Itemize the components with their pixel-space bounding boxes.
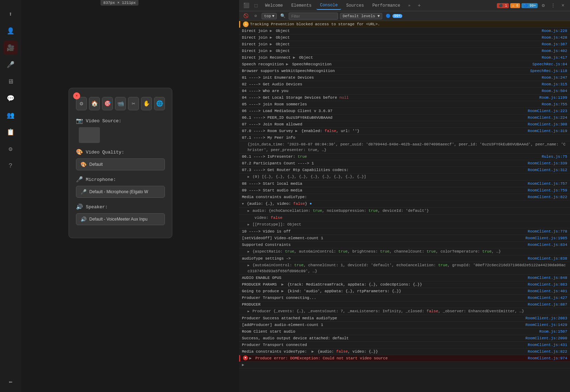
context-selector[interactable]: top ▼ [262, 13, 277, 19]
line-loc[interactable]: RoomClient.js:223 [528, 108, 567, 114]
line-loc[interactable]: RoomClient.js:319 [528, 128, 567, 134]
tab-elements[interactable]: Elements [288, 2, 315, 9]
console-line: Direct join ▶ Object Room.js:387 [239, 41, 570, 48]
console-line: Room Client start audio Room.js:1507 [239, 328, 570, 335]
toolbar-camera-button[interactable]: 🎯 [102, 97, 113, 110]
devtools-dock-icon[interactable]: ⬛ [242, 1, 250, 10]
line-loc[interactable]: RoomClient.js:887 [528, 302, 567, 307]
line-loc[interactable]: RoomClient.js:2083 [525, 315, 567, 321]
console-filter-input[interactable] [289, 13, 338, 20]
console-line: Producer Transport connecting... RoomCli… [239, 295, 570, 301]
mic-select-icon: 🎤 [81, 189, 87, 195]
line-loc[interactable]: Room.js:417 [542, 55, 567, 60]
search-console-button[interactable]: 🔍 [279, 12, 287, 20]
line-loc[interactable]: RoomClient.js:974 [528, 355, 567, 361]
sidebar-user-icon[interactable]: 👤 [4, 24, 18, 38]
settings-cog-icon[interactable]: ⚙ [539, 1, 547, 10]
line-loc[interactable]: RoomClient.js:401 [528, 288, 567, 294]
line-loc[interactable]: RoomClient.js:757 [528, 181, 567, 187]
line-loc[interactable]: Room.js:504 [542, 88, 567, 94]
tab-performance[interactable]: Performance [369, 2, 404, 9]
line-loc[interactable]: SpeechRec.js:84 [532, 61, 567, 67]
console-line: Supported Constraints RoomClient.js:834 [239, 242, 570, 248]
sidebar-mic-icon[interactable]: 🎤 [4, 58, 18, 72]
sidebar-leave-icon[interactable]: ⬅ [4, 375, 18, 389]
line-loc[interactable]: RoomClient.js:431 [528, 342, 567, 348]
line-loc[interactable]: Room.js:247 [542, 75, 567, 80]
console-line: 04 ----> Get Local Storage Devices befor… [239, 94, 570, 101]
line-loc[interactable]: Room.js:315 [542, 81, 567, 87]
line-loc[interactable]: Room.js:1507 [539, 329, 567, 334]
settings-dialog: × ⚙ 🏠 🎯 📹 ✂ ✋ 🌐 📷 Video Source: 🎨 Video … [69, 88, 172, 238]
toolbar-globe-button[interactable]: 🌐 [154, 97, 165, 110]
more-tabs-button[interactable]: » [405, 1, 414, 10]
count-area: 🔵 99+ [386, 14, 402, 18]
line-loc[interactable]: Room.js:228 [542, 28, 567, 34]
line-loc[interactable]: Room.js:387 [542, 41, 567, 47]
console-line: Producer Success attached media audioTyp… [239, 315, 570, 322]
line-loc[interactable]: RoomClient.js:848 [528, 275, 567, 281]
log-levels-dropdown[interactable]: Default levels ▼ [340, 13, 382, 19]
speaker-section: 🔊 Speaker: 🔊 Default - VoiceMeeter Aux I… [76, 203, 165, 225]
sidebar-screen-icon[interactable]: 🖥 [4, 74, 18, 89]
sidebar-share-icon[interactable]: ⬆ [4, 7, 18, 21]
speaker-select[interactable]: 🔊 Default - VoiceMeeter Aux Inpu [76, 213, 165, 225]
line-loc[interactable]: RoomClient.js:2090 [525, 335, 567, 341]
tab-welcome[interactable]: Welcome [262, 2, 286, 9]
console-line: 07.0 ----> Room Survey ▶ {enabled: false… [239, 128, 570, 135]
add-tab-button[interactable]: + [415, 1, 423, 10]
line-loc[interactable]: RoomClient.js:822 [528, 349, 567, 354]
toolbar-scissors-button[interactable]: ✂ [128, 97, 139, 110]
console-line: 06.1 ----> PEER_ID 6uzU3FY6kEuB6VUBAAAd … [239, 115, 570, 121]
line-loc[interactable]: RoomClient.js:224 [528, 115, 567, 120]
sidebar-help-icon[interactable]: ? [4, 159, 18, 173]
line-loc[interactable]: RoomClient.js:427 [528, 295, 567, 301]
console-line-last: ▶ [239, 362, 570, 368]
sidebar-whiteboard-icon[interactable]: 📋 [4, 125, 18, 139]
ellipsis-icon[interactable]: ⋮ [549, 1, 557, 10]
sidebar-chat-icon[interactable]: 💬 [4, 91, 18, 105]
line-loc[interactable]: RoomClient.js:339 [528, 161, 567, 166]
console-output[interactable]: i Tracking Prevention blocked access to … [239, 21, 570, 392]
console-line: Direct join ▶ Object Room.js:402 [239, 48, 570, 54]
line-loc[interactable]: RoomClient.js:308 [528, 122, 567, 127]
line-loc[interactable]: RoomClient.js:883 [528, 282, 567, 287]
microphone-select[interactable]: 🎤 Default - Microphone (Elgato W [76, 186, 165, 198]
line-loc[interactable]: RoomClient.js:838 [528, 256, 567, 261]
console-line: ▶ {aspectRatio: true, autoGainControl: t… [239, 248, 570, 255]
console-line: 06.1 ----> IsPresenter: true Rules.js:75 [239, 153, 570, 160]
line-loc[interactable]: Room.js:402 [542, 48, 567, 54]
line-loc[interactable]: Room.js:755 [542, 102, 567, 107]
clear-console-button[interactable]: 🚫 [242, 12, 250, 20]
toolbar-video-button[interactable]: 📹 [115, 97, 126, 110]
line-loc[interactable]: Room.js:1199 [539, 95, 567, 100]
console-line: {join_data_time: '2023-08-07 08:04:30', … [239, 141, 570, 153]
line-loc[interactable]: RoomClient.js:822 [528, 194, 567, 200]
toolbar-home-button[interactable]: 🏠 [89, 97, 100, 110]
sidebar-settings-icon[interactable]: ⚙ [4, 142, 18, 156]
tab-sources[interactable]: Sources [342, 2, 367, 9]
sidebar-participants-icon[interactable]: 👥 [4, 108, 18, 122]
console-line: [setVideoOff] Video-element-count 1 Room… [239, 235, 570, 242]
console-line: 07.3 ----> Get Router Rtp Capabilities c… [239, 167, 570, 174]
line-loc[interactable]: Rules.js:75 [542, 154, 567, 159]
line-loc[interactable]: RoomClient.js:1985 [525, 235, 567, 241]
line-loc[interactable]: RoomClient.js:778 [528, 229, 567, 234]
console-line: PRODUCER RoomClient.js:887 [239, 301, 570, 308]
close-devtools-icon[interactable]: × [559, 1, 567, 10]
tab-console[interactable]: Console [316, 1, 341, 10]
line-loc[interactable]: RoomClient.js:312 [528, 167, 567, 173]
toggle-filter-button[interactable]: ⊘ [252, 12, 260, 20]
line-loc[interactable]: RoomClient.js:834 [528, 242, 567, 248]
line-loc[interactable]: RoomClient.js:1429 [525, 322, 567, 328]
dialog-close-button[interactable]: × [73, 92, 80, 99]
left-sidebar: ⬆ 👤 🎥 🎤 🖥 💬 👥 📋 ⚙ ? ⬅ [0, 0, 21, 392]
line-loc[interactable]: RoomClient.js:759 [528, 188, 567, 193]
line-loc[interactable]: SpeechRec.js:118 [530, 68, 567, 74]
line-loc[interactable]: Room.js:428 [542, 35, 567, 40]
devtools-inspect-icon[interactable]: ⬚ [252, 1, 260, 10]
toolbar-hand-button[interactable]: ✋ [141, 97, 152, 110]
video-quality-select[interactable]: 🎨 Default [76, 158, 165, 170]
console-error-line: ● ▶ Produce error: DOMException: Could n… [239, 355, 570, 362]
sidebar-video-off-icon[interactable]: 🎥 [4, 41, 18, 55]
